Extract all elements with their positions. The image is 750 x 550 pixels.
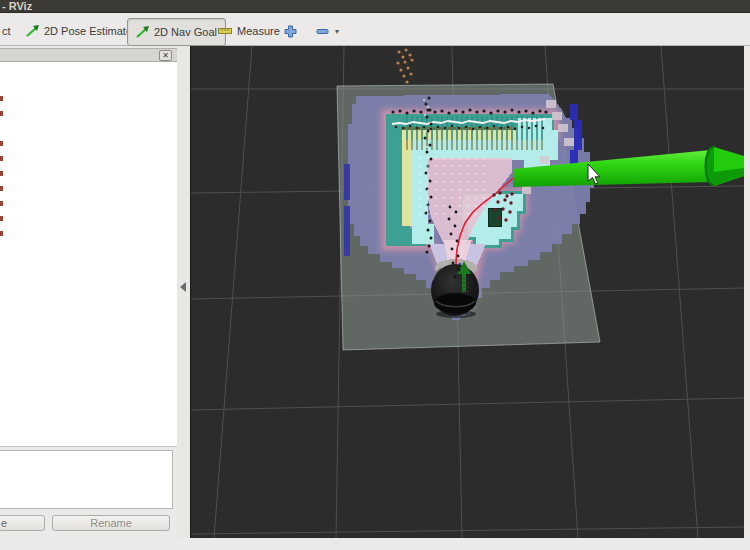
zoom-out-button[interactable]: ▾	[316, 18, 339, 44]
tool-measure[interactable]: Measure	[218, 18, 280, 44]
robot-heading-arrow	[462, 272, 466, 292]
property-value-fragment	[0, 201, 3, 206]
minus-icon	[316, 25, 329, 38]
chevron-down-icon[interactable]: ▾	[335, 27, 339, 36]
property-value-fragment	[0, 231, 3, 236]
property-value-fragment	[0, 111, 3, 116]
property-value-fragment	[0, 156, 3, 161]
displays-tree-area[interactable]	[0, 62, 177, 447]
panel-splitter[interactable]	[177, 46, 190, 538]
green-arrow-icon	[26, 25, 39, 37]
tool-label: Measure	[237, 25, 280, 37]
rviz-toolbar: ct 2D Pose Estimate 2D Nav Goal	[0, 14, 750, 46]
property-value-fragment	[0, 186, 3, 191]
green-arrow-icon	[136, 26, 149, 38]
collapse-panel-icon[interactable]	[180, 282, 186, 292]
displays-panel-header: ✕	[0, 48, 177, 62]
window-title: - RViz	[2, 0, 32, 12]
property-value-fragment	[0, 171, 3, 176]
ruler-icon	[218, 27, 232, 35]
tool-interact-partial[interactable]: ct	[2, 18, 11, 44]
tool-2d-pose-estimate[interactable]: 2D Pose Estimate	[26, 18, 132, 44]
property-value-fragment	[0, 141, 3, 146]
tool-2d-nav-goal[interactable]: 2D Nav Goal	[127, 18, 226, 46]
property-value-fragment	[0, 216, 3, 221]
rename-button[interactable]: Rename	[52, 515, 170, 531]
remove-button[interactable]: e	[0, 515, 45, 531]
plus-icon	[284, 25, 297, 38]
tool-label: 2D Nav Goal	[154, 26, 217, 38]
zoom-in-button[interactable]	[284, 18, 297, 44]
property-value-fragment	[0, 96, 3, 101]
tool-label: 2D Pose Estimate	[44, 25, 132, 37]
window-titlebar[interactable]: - RViz	[0, 0, 750, 13]
costmap-olive-texture	[406, 140, 544, 150]
display-description-box	[0, 450, 173, 509]
scene-svg	[191, 46, 744, 538]
close-icon[interactable]: ✕	[159, 50, 172, 61]
render-viewport[interactable]	[190, 46, 744, 538]
